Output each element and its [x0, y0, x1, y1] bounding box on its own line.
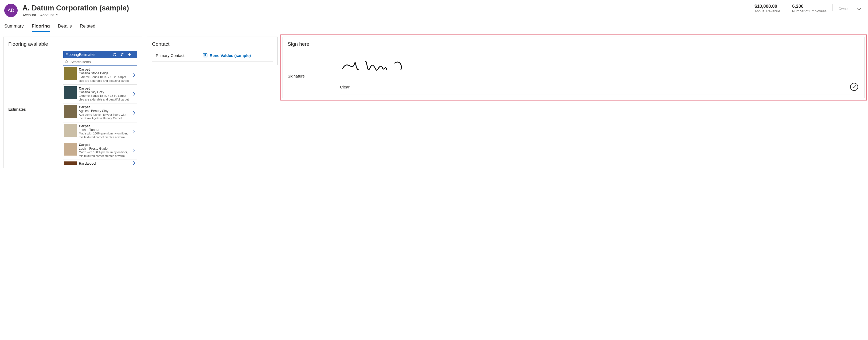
chevron-down-icon — [56, 14, 59, 16]
item-category: Hardwood — [79, 162, 129, 165]
swatch-icon — [64, 67, 76, 80]
record-header: AD A. Datum Corporation (sample) Account… — [3, 0, 865, 19]
avatar: AD — [4, 4, 18, 17]
card-title: Flooring available — [8, 41, 137, 47]
confirm-signature-button[interactable] — [850, 83, 858, 91]
chevron-right-icon — [132, 73, 136, 77]
tab-bar: Summary Flooring Details Related — [3, 19, 865, 32]
list-item[interactable]: CarpetAgeless Beauty ClayAdd some fashio… — [63, 104, 137, 122]
item-name: Caserta Sky Grey — [79, 90, 129, 94]
swatch-icon — [64, 143, 76, 155]
contact-name: Rene Valdes (sample) — [210, 53, 251, 58]
search-input[interactable] — [70, 60, 135, 64]
signature-label: Signature — [288, 52, 336, 95]
contact-row: Primary Contact Rene Valdes (sample) — [152, 51, 273, 62]
item-name: Ageless Beauty Clay — [79, 109, 129, 113]
list-item[interactable]: CarpetLush II Frosty GladeMade with 100%… — [63, 141, 137, 160]
chevron-right-icon — [132, 92, 136, 96]
item-category: Carpet — [79, 86, 129, 90]
refresh-button[interactable] — [113, 52, 120, 57]
estimates-panel: FlooringEstimates — [63, 51, 137, 165]
list-item-text: CarpetCaserta Stone BeigeExtreme Series … — [79, 67, 129, 83]
card-contact: Contact Primary Contact Rene Valdes (sam… — [147, 37, 278, 65]
estimates-label: Estimates — [8, 51, 59, 165]
metric-annual-revenue: $10,000.00 Annual Revenue — [749, 4, 786, 13]
signature-pad[interactable] — [340, 52, 860, 79]
tab-related[interactable]: Related — [80, 24, 96, 32]
item-description: Extreme Series 18 in. x 18 in. carpet ti… — [79, 75, 129, 83]
card-title: Contact — [152, 41, 273, 47]
item-name: Lush II Frosty Glade — [79, 147, 129, 150]
item-category: Carpet — [79, 143, 129, 147]
list-item-text: CarpetCaserta Sky GreyExtreme Series 18 … — [79, 86, 129, 102]
tab-summary[interactable]: Summary — [4, 24, 24, 32]
contact-icon — [203, 53, 208, 58]
swatch-icon — [64, 162, 76, 165]
item-name: Lush II Tundra — [79, 128, 129, 132]
metric-label: Annual Revenue — [754, 9, 780, 13]
list-item-text: CarpetAgeless Beauty ClayAdd some fashio… — [79, 105, 129, 120]
card-title: Sign here — [288, 41, 860, 47]
list-item-text: Hardwood — [79, 162, 129, 165]
list-item[interactable]: CarpetLush II TundraMade with 100% premi… — [63, 122, 137, 141]
card-sign-here: Sign here Signature Clear — [283, 37, 865, 98]
separator: · — [38, 13, 39, 17]
svg-point-2 — [205, 55, 206, 56]
expand-header-button[interactable] — [855, 4, 864, 11]
header-metrics: $10,000.00 Annual Revenue 6,200 Number o… — [749, 4, 855, 13]
svg-point-0 — [65, 61, 68, 63]
form-selector[interactable]: Account · Account — [23, 13, 749, 17]
metric-value: $10,000.00 — [754, 4, 780, 9]
chevron-right-icon — [132, 148, 136, 152]
metric-employees: 6,200 Number of Employees — [786, 4, 833, 13]
metric-owner: - Owner — [833, 4, 855, 11]
primary-contact-link[interactable]: Rene Valdes (sample) — [203, 53, 251, 58]
page-title: A. Datum Corporation (sample) — [23, 4, 749, 12]
form-name: Account — [40, 13, 54, 17]
item-description: Add some fashion to your floors with the… — [79, 113, 129, 120]
entity-name: Account — [23, 13, 36, 17]
metric-value: 6,200 — [792, 4, 827, 9]
list-item-text: CarpetLush II TundraMade with 100% premi… — [79, 124, 129, 139]
svg-rect-1 — [203, 54, 207, 57]
estimates-toolbar: FlooringEstimates — [63, 51, 137, 58]
card-flooring-available: Flooring available Estimates FlooringEst… — [3, 37, 142, 168]
metric-label: Owner — [839, 7, 849, 11]
item-description: Made with 100% premium nylon fiber, this… — [79, 150, 129, 158]
tab-flooring[interactable]: Flooring — [32, 24, 50, 32]
contact-label: Primary Contact — [152, 53, 203, 58]
item-category: Carpet — [79, 67, 129, 72]
list-item-text: CarpetLush II Frosty GladeMade with 100%… — [79, 143, 129, 158]
item-name: Caserta Stone Beige — [79, 72, 129, 75]
estimates-toolbar-title: FlooringEstimates — [65, 52, 113, 57]
estimates-list: CarpetCaserta Stone BeigeExtreme Series … — [63, 66, 137, 165]
chevron-right-icon — [132, 111, 136, 115]
item-description: Extreme Series 18 in. x 18 in. carpet ti… — [79, 94, 129, 102]
swatch-icon — [64, 86, 76, 99]
item-description: Made with 100% premium nylon fiber, this… — [79, 132, 129, 139]
list-item[interactable]: CarpetCaserta Sky GreyExtreme Series 18 … — [63, 85, 137, 104]
swatch-icon — [64, 124, 76, 137]
list-item[interactable]: Hardwood — [63, 160, 137, 165]
metric-label: Number of Employees — [792, 9, 827, 13]
chevron-right-icon — [132, 161, 136, 165]
list-item[interactable]: CarpetCaserta Stone BeigeExtreme Series … — [63, 66, 137, 84]
swatch-icon — [64, 105, 76, 118]
clear-signature-button[interactable]: Clear — [340, 85, 350, 89]
item-category: Carpet — [79, 124, 129, 128]
add-button[interactable] — [127, 52, 135, 57]
search-icon — [65, 60, 68, 64]
item-category: Carpet — [79, 105, 129, 109]
search-box[interactable] — [63, 58, 137, 66]
tab-details[interactable]: Details — [58, 24, 72, 32]
sort-button[interactable] — [120, 52, 127, 57]
chevron-right-icon — [132, 130, 136, 134]
